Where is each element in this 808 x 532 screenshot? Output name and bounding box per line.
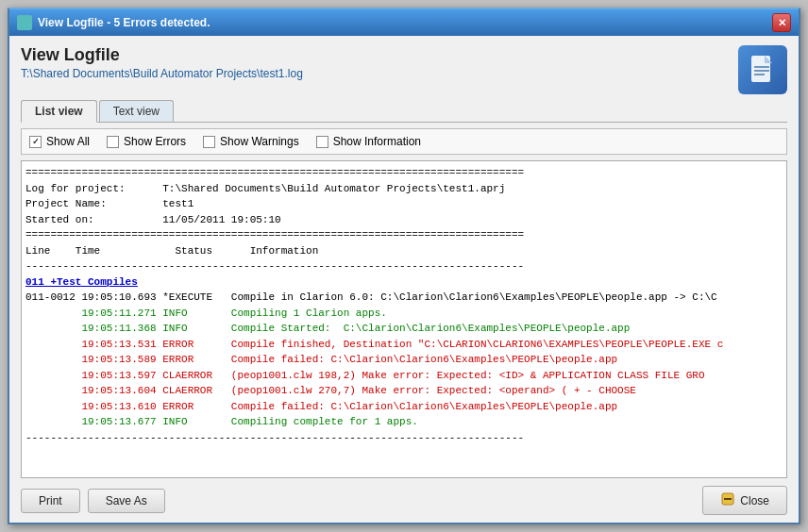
header-row: View Logfile T:\Shared Documents\Build A… (21, 45, 787, 94)
filter-show-warnings[interactable]: Show Warnings (203, 135, 299, 148)
log-line: ========================================… (25, 165, 783, 181)
window-icon (17, 15, 32, 30)
log-line: Line Time Status Information (25, 243, 783, 259)
checkbox-show-all[interactable] (29, 136, 42, 148)
footer-left: Print Save As (21, 489, 165, 513)
log-line: 19:05:13.677 INFO Compiling complete for… (25, 414, 783, 430)
log-content[interactable]: ========================================… (21, 160, 787, 478)
filter-show-information[interactable]: Show Information (316, 135, 421, 148)
title-bar: View Logfile - 5 Errors detected. ✕ (9, 9, 799, 36)
window-body: View Logfile T:\Shared Documents\Build A… (9, 36, 799, 523)
checkbox-show-errors[interactable] (107, 136, 119, 148)
log-line: 19:05:11.271 INFO Compiling 1 Clarion ap… (25, 306, 783, 322)
view-logfile-title: View Logfile (21, 45, 303, 65)
filter-show-all-label: Show All (46, 135, 90, 148)
checkbox-show-warnings[interactable] (203, 136, 215, 148)
filter-show-information-label: Show Information (333, 135, 421, 148)
log-line: Project Name: test1 (25, 196, 783, 212)
main-window: View Logfile - 5 Errors detected. ✕ View… (8, 8, 800, 524)
save-as-button[interactable]: Save As (88, 489, 165, 513)
log-line: Started on: 11/05/2011 19:05:10 (25, 212, 783, 228)
filter-show-errors[interactable]: Show Errors (107, 135, 186, 148)
log-line: Log for project: T:\Shared Documents\Bui… (25, 181, 783, 197)
log-line: 19:05:13.610 ERROR Compile failed: C:\Cl… (25, 399, 783, 415)
log-line: 19:05:13.597 CLAERROR (peop1001.clw 198,… (25, 368, 783, 384)
log-section-title: 011 +Test Compiles (25, 274, 783, 291)
filter-bar: Show All Show Errors Show Warnings Show … (21, 128, 787, 155)
log-line: 19:05:13.531 ERROR Compile finished, Des… (25, 337, 783, 353)
log-line: 19:05:13.604 CLAERROR (peop1001.clw 270,… (25, 383, 783, 399)
log-line: ========================================… (25, 227, 783, 243)
log-line: ----------------------------------------… (25, 430, 783, 446)
filter-show-all[interactable]: Show All (29, 135, 90, 148)
close-button[interactable]: Close (702, 486, 787, 515)
close-icon (720, 491, 735, 509)
logfile-path: T:\Shared Documents\Build Automator Proj… (21, 67, 303, 80)
log-line: 011-0012 19:05:10.693 *EXECUTE Compile i… (25, 290, 783, 306)
print-button[interactable]: Print (21, 489, 80, 513)
title-bar-left: View Logfile - 5 Errors detected. (17, 15, 210, 30)
log-line: 19:05:11.368 INFO Compile Started: C:\Cl… (25, 321, 783, 337)
document-icon (738, 45, 787, 94)
title-close-button[interactable]: ✕ (772, 13, 791, 32)
log-line: 19:05:13.589 ERROR Compile failed: C:\Cl… (25, 352, 783, 368)
filter-show-errors-label: Show Errors (124, 135, 186, 148)
header-text: View Logfile T:\Shared Documents\Build A… (21, 45, 303, 80)
checkbox-show-information[interactable] (316, 136, 328, 148)
footer-bar: Print Save As Close (21, 478, 787, 515)
window-title: View Logfile - 5 Errors detected. (38, 16, 210, 29)
log-line: ----------------------------------------… (25, 258, 783, 274)
tabs-bar: List view Text view (21, 100, 787, 123)
tab-text-view[interactable]: Text view (99, 100, 174, 122)
tab-list-view[interactable]: List view (21, 100, 97, 123)
close-button-label: Close (740, 494, 769, 507)
filter-show-warnings-label: Show Warnings (220, 135, 299, 148)
